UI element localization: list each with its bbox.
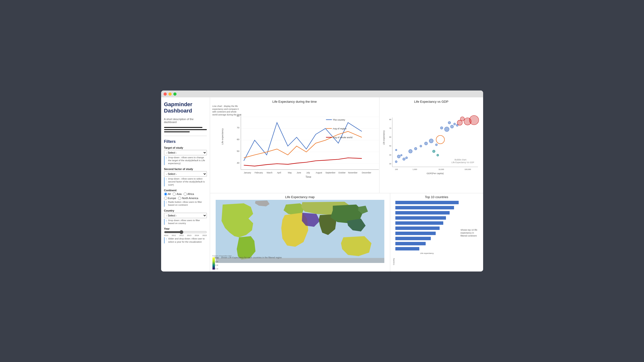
bar-row <box>395 236 459 241</box>
second-factor-note: ↑ Drop-down : Allow users to select seco… <box>164 177 207 186</box>
svg-point-56 <box>440 127 443 129</box>
year-slider-wrap: 2010 2011 2012 2013 2014 2015 <box>164 230 207 236</box>
svg-text:October: October <box>338 171 346 174</box>
svg-text:70: 70 <box>389 127 391 129</box>
continent-europe[interactable]: Europe <box>164 197 176 200</box>
top10-section: Top 10 countries Country <box>390 193 483 271</box>
bar-row <box>395 205 459 210</box>
svg-text:June: June <box>296 171 301 174</box>
bar-row <box>395 200 459 205</box>
bubble-chart-title: Life Expectancy vs GDP <box>382 100 481 104</box>
svg-text:60: 60 <box>237 138 239 141</box>
line-chart-svg: 80 70 60 50 40 January <box>217 104 380 188</box>
year-filter: Year 2010 2011 2012 2013 2014 2015 ↑ Sli… <box>164 227 207 243</box>
svg-text:Life Expectancy Vs GDP: Life Expectancy Vs GDP <box>452 161 474 164</box>
svg-text:80: 80 <box>389 118 391 121</box>
svg-point-63 <box>460 117 464 121</box>
target-study-filter: Target of study - Select - Life Expectan… <box>164 146 207 165</box>
svg-text:November: November <box>348 171 358 174</box>
svg-point-54 <box>429 139 433 143</box>
svg-point-57 <box>444 127 449 132</box>
svg-text:Avg of whole world: Avg of whole world <box>332 136 352 139</box>
svg-text:30: 30 <box>389 163 391 165</box>
svg-point-49 <box>408 149 412 153</box>
year-slider[interactable] <box>164 230 207 234</box>
bar-row <box>395 221 459 225</box>
second-factor-filter: Second factor of study - Select - GDP Po… <box>164 168 207 186</box>
arrow-icon3: ↑ <box>166 201 167 204</box>
svg-text:10,000: 10,000 <box>438 168 444 170</box>
svg-text:60: 60 <box>389 136 391 138</box>
svg-point-64 <box>436 136 444 144</box>
bar-row <box>395 211 459 215</box>
minimize-button[interactable] <box>168 93 172 96</box>
svg-text:Life expectancy: Life expectancy <box>221 128 224 145</box>
svg-text:May: May <box>288 171 292 174</box>
continent-all[interactable]: All <box>164 192 171 196</box>
svg-text:December: December <box>362 171 371 174</box>
arrow-icon2: ↑ <box>166 177 167 181</box>
sidebar-decoration <box>164 127 207 132</box>
top10-note: Shows top 10 life expectancy in filtered… <box>461 229 481 237</box>
svg-text:40: 40 <box>389 154 391 156</box>
continent-northamerica[interactable]: North America <box>178 197 198 200</box>
svg-point-60 <box>457 120 462 125</box>
map-section: Life Expectancy map <box>210 193 390 271</box>
continent-africa[interactable]: Africa <box>184 192 194 196</box>
target-study-select[interactable]: - Select - Life Expectancy GDP <box>164 150 207 155</box>
svg-text:April: April <box>277 171 281 174</box>
year-label: Year <box>164 227 207 230</box>
bar-row <box>395 241 459 246</box>
bubble-chart-svg: 80 70 60 50 40 30 100 1,000 10,000 100,0… <box>382 104 481 188</box>
svg-text:70: 70 <box>237 126 239 129</box>
bar-row <box>395 247 459 251</box>
svg-text:100: 100 <box>395 168 398 170</box>
legend-title: Freedom of Association Index <box>212 255 232 257</box>
svg-point-47 <box>403 158 405 160</box>
line-chart-section: Life Expectancy during the time Line cha… <box>210 97 380 193</box>
svg-point-52 <box>424 142 428 145</box>
svg-point-50 <box>414 148 417 150</box>
target-study-label: Target of study <box>164 146 207 149</box>
svg-point-45 <box>397 155 400 158</box>
svg-point-53 <box>395 149 397 151</box>
svg-point-66 <box>454 123 456 125</box>
map-legend: Freedom of Association Index 0.78 0.58 0… <box>212 255 232 269</box>
svg-text:February: February <box>254 171 263 174</box>
svg-point-67 <box>432 150 435 153</box>
svg-text:The country: The country <box>332 118 345 121</box>
svg-text:GDP(Per capita): GDP(Per capita) <box>427 172 444 175</box>
top10-title: Top 10 countries <box>393 195 481 199</box>
svg-text:50: 50 <box>389 145 391 147</box>
svg-text:50: 50 <box>237 150 239 152</box>
svg-point-46 <box>400 154 402 156</box>
close-button[interactable] <box>164 93 167 96</box>
svg-text:100,000: 100,000 <box>464 168 471 170</box>
year-note: ↑ Slider and drop-down: Allow user to se… <box>164 237 207 243</box>
year-ticks: 2010 2011 2012 2013 2014 2015 <box>164 234 207 236</box>
svg-text:January: January <box>244 171 251 174</box>
bar-row <box>395 216 459 220</box>
country-note: ↑ Drop down: Allow users to filter based… <box>164 219 207 225</box>
svg-point-58 <box>450 125 454 128</box>
svg-point-68 <box>437 154 438 156</box>
country-select[interactable]: - Select - <box>164 213 207 218</box>
target-study-note: ↑ Drop-down : Allow users to change the … <box>164 156 207 165</box>
app-title: Gapminder Dashboard <box>164 101 207 114</box>
main-content: Gapminder Dashboard A short description … <box>161 97 483 271</box>
continent-asia[interactable]: Asia <box>172 192 182 196</box>
country-filter: Country - Select - ↑ Drop down: Allow us… <box>164 209 207 225</box>
svg-text:40: 40 <box>237 161 239 164</box>
svg-text:August: August <box>316 171 322 174</box>
arrow-icon4: ↑ <box>166 219 167 222</box>
continent-note: ↑ Radio button: Allow users to filter ba… <box>164 201 207 207</box>
maximize-button[interactable] <box>173 93 176 96</box>
main-panel: Life Expectancy during the time Line cha… <box>210 97 483 271</box>
bar-row <box>395 226 459 230</box>
line-chart-title: Life Expectancy during the time <box>212 100 377 104</box>
continent-filter: Continent All Asia Africa Europe <box>164 189 207 207</box>
continent-label: Continent <box>164 189 207 192</box>
svg-point-65 <box>448 121 451 124</box>
second-factor-select[interactable]: - Select - GDP Population <box>164 171 207 177</box>
map-svg <box>212 200 388 263</box>
